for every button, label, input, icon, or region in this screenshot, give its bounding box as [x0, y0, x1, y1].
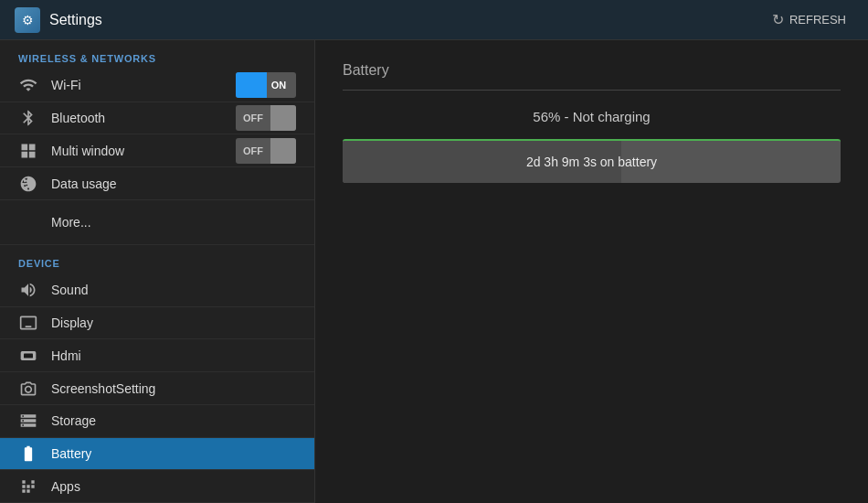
sidebar-item-apps[interactable]: Apps	[0, 470, 314, 503]
multiwindow-toggle-label: OFF	[236, 145, 270, 156]
bluetooth-toggle-pill	[270, 105, 296, 131]
wifi-toggle-pill	[236, 72, 267, 98]
battery-bar-label: 2d 3h 9m 3s on battery	[526, 155, 657, 169]
sidebar-item-multiwindow[interactable]: Multi window OFF	[0, 134, 314, 167]
sidebar-item-apps-left: Apps	[18, 476, 80, 497]
sidebar-item-more[interactable]: More...	[0, 200, 314, 245]
battery-status: 56% - Not charging	[343, 109, 841, 124]
sound-icon	[18, 280, 38, 300]
multiwindow-toggle-pill	[270, 138, 296, 164]
content-title: Battery	[343, 62, 841, 79]
main-layout: WIRELESS & NETWORKS Wi-Fi ON Bluetooth	[0, 40, 868, 503]
battery-bar: 2d 3h 9m 3s on battery	[343, 139, 841, 183]
sidebar-label-wifi: Wi-Fi	[51, 78, 81, 92]
sidebar-label-hdmi: Hdmi	[51, 348, 81, 363]
battery-icon	[18, 444, 38, 464]
sidebar-item-sound-left: Sound	[18, 280, 88, 300]
sidebar-item-bluetooth-left: Bluetooth	[18, 108, 105, 128]
refresh-icon: ↻	[772, 11, 784, 28]
sidebar-label-apps: Apps	[51, 479, 80, 494]
sidebar-item-storage[interactable]: Storage	[0, 405, 314, 438]
sidebar-item-screenshot-left: ScreenshotSetting	[18, 379, 155, 399]
datausage-icon	[18, 174, 38, 194]
sidebar-label-display: Display	[51, 316, 93, 330]
sidebar-item-screenshot[interactable]: ScreenshotSetting	[0, 372, 314, 405]
refresh-button[interactable]: ↻ REFRESH	[765, 7, 853, 32]
app-icon: ⚙	[15, 7, 40, 33]
wifi-toggle[interactable]: ON	[236, 72, 296, 98]
sidebar-label-screenshot: ScreenshotSetting	[51, 381, 155, 396]
sidebar-item-display[interactable]: Display	[0, 307, 314, 340]
screenshot-icon	[18, 379, 38, 399]
content-divider	[343, 90, 841, 91]
sidebar-label-storage: Storage	[51, 413, 96, 428]
sidebar: WIRELESS & NETWORKS Wi-Fi ON Bluetooth	[0, 40, 315, 503]
sidebar-item-battery[interactable]: Battery	[0, 438, 314, 471]
multiwindow-toggle[interactable]: OFF	[236, 138, 296, 164]
more-label: More...	[51, 215, 91, 230]
sidebar-label-bluetooth: Bluetooth	[51, 111, 105, 125]
sidebar-item-datausage[interactable]: Data usage	[0, 167, 314, 200]
content-area: Battery 56% - Not charging 2d 3h 9m 3s o…	[315, 40, 868, 503]
app-icon-glyph: ⚙	[22, 13, 34, 27]
sidebar-label-sound: Sound	[51, 283, 88, 297]
sidebar-item-datausage-left: Data usage	[18, 174, 117, 194]
sidebar-item-storage-left: Storage	[18, 411, 96, 431]
title-bar-left: ⚙ Settings	[15, 7, 102, 33]
multiwindow-icon	[18, 141, 38, 161]
section-header-device: DEVICE	[0, 245, 314, 274]
sidebar-item-bluetooth[interactable]: Bluetooth OFF	[0, 102, 314, 135]
sidebar-item-multiwindow-left: Multi window	[18, 141, 124, 161]
sidebar-item-display-left: Display	[18, 313, 93, 333]
display-icon	[18, 313, 38, 333]
sidebar-label-multiwindow: Multi window	[51, 144, 124, 158]
sidebar-label-datausage: Data usage	[51, 177, 117, 191]
bluetooth-toggle[interactable]: OFF	[236, 105, 296, 131]
section-header-wireless: WIRELESS & NETWORKS	[0, 40, 314, 70]
sidebar-label-battery: Battery	[51, 446, 91, 461]
sidebar-item-wifi[interactable]: Wi-Fi ON	[0, 70, 314, 102]
storage-icon	[18, 411, 38, 431]
hdmi-icon	[18, 346, 38, 366]
sidebar-item-sound[interactable]: Sound	[0, 274, 314, 307]
sidebar-item-wifi-left: Wi-Fi	[18, 75, 81, 95]
sidebar-item-hdmi-left: Hdmi	[18, 346, 81, 366]
sidebar-item-battery-left: Battery	[18, 444, 91, 464]
refresh-label: REFRESH	[789, 13, 846, 27]
svg-rect-1	[24, 353, 33, 358]
wifi-toggle-label: ON	[267, 80, 296, 91]
title-bar: ⚙ Settings ↻ REFRESH	[0, 0, 868, 40]
page-title: Settings	[49, 12, 102, 28]
sidebar-item-hdmi[interactable]: Hdmi	[0, 339, 314, 372]
apps-icon	[18, 476, 38, 497]
bluetooth-toggle-label: OFF	[236, 112, 270, 123]
bluetooth-icon	[18, 108, 38, 128]
wifi-icon	[18, 75, 38, 95]
